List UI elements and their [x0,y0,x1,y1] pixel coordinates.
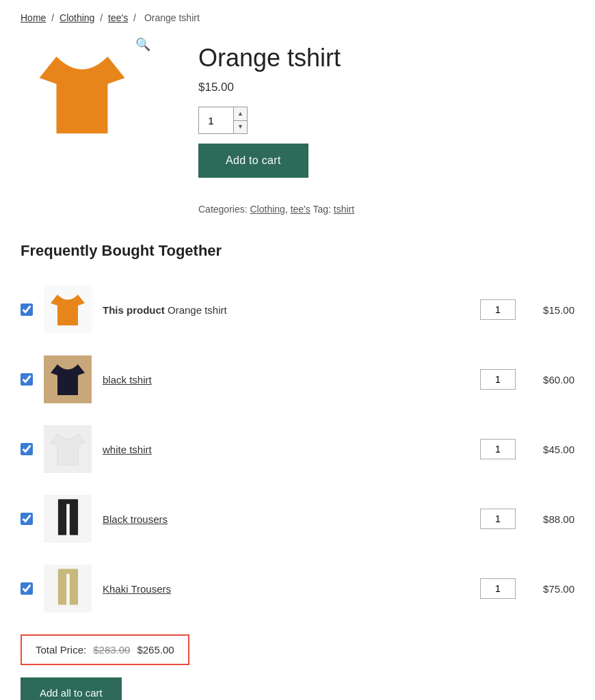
fbt-qty-input-black-tshirt[interactable]: 1 [480,369,516,390]
fbt-tshirt-black-icon [47,361,88,399]
fbt-price-orange-tshirt: $15.00 [527,304,574,316]
fbt-name-orange-tshirt: This product Orange tshirt [103,304,469,316]
fbt-checkbox-khaki-trousers[interactable] [21,582,33,595]
fbt-name-black-trousers: Black trousers [103,513,469,525]
categories-label: Categories: [198,204,248,215]
quantity-wrapper: 1 ▲ ▼ [198,107,574,134]
fbt-tshirt-orange-icon [47,291,88,329]
fbt-qty-khaki-trousers[interactable]: 1 [480,578,516,599]
tag-tshirt[interactable]: tshirt [334,204,354,215]
fbt-price-black-trousers: $88.00 [527,513,574,525]
quantity-down-button[interactable]: ▼ [234,121,247,134]
total-label: Total Price: [36,644,86,656]
quantity-input-box[interactable]: 1 ▲ ▼ [198,107,248,134]
fbt-item-black-trousers: Black trousers 1 $88.00 [21,485,574,552]
product-image-wrapper: 🔍 [21,37,171,153]
fbt-item-white-tshirt: white tshirt 1 $45.00 [21,416,574,483]
add-all-to-cart-button[interactable]: Add all to cart [21,677,122,700]
fbt-qty-orange-tshirt[interactable]: 1 [480,299,516,320]
fbt-link-black-trousers[interactable]: Black trousers [103,513,168,525]
fbt-price-khaki-trousers: $75.00 [527,583,574,595]
orange-tshirt-image [31,44,133,146]
fbt-img-black-tshirt [44,355,92,403]
fbt-img-orange-tshirt [44,286,92,334]
fbt-qty-input-khaki-trousers[interactable]: 1 [480,578,516,599]
tag-label: Tag: [313,204,330,215]
svg-rect-2 [69,503,77,535]
add-to-cart-button[interactable]: Add to cart [198,144,308,178]
fbt-img-khaki-trousers [44,565,92,612]
fbt-title: Frequently Bought Together [21,242,574,260]
product-title: Orange tshirt [198,44,574,72]
fbt-item-khaki-trousers: Khaki Trousers 1 $75.00 [21,555,574,622]
breadcrumb-tees[interactable]: tee's [108,12,128,23]
fbt-checkbox-white-tshirt[interactable] [21,443,33,455]
fbt-qty-input-black-trousers[interactable]: 1 [480,509,516,529]
category-tees[interactable]: tee's [291,204,310,215]
fbt-item-black-tshirt: black tshirt 1 $60.00 [21,346,574,413]
total-original-price: $283.00 [93,644,130,656]
breadcrumb-current: Orange tshirt [144,12,200,23]
quantity-input[interactable]: 1 [199,107,233,133]
fbt-qty-input-orange-tshirt[interactable]: 1 [480,299,516,320]
fbt-trousers-black-icon [56,497,80,541]
fbt-price-white-tshirt: $45.00 [527,444,574,455]
product-price: $15.00 [198,81,574,94]
fbt-checkbox-black-trousers[interactable] [21,513,33,525]
fbt-section: Frequently Bought Together This product … [0,228,595,700]
fbt-qty-black-tshirt[interactable]: 1 [480,369,516,390]
breadcrumb-clothing[interactable]: Clothing [60,12,94,23]
fbt-link-white-tshirt[interactable]: white tshirt [103,444,152,455]
fbt-checkbox-black-tshirt[interactable] [21,373,33,386]
fbt-tshirt-white-icon [47,431,88,468]
total-price-box: Total Price: $283.00 $265.00 [21,634,189,665]
fbt-qty-black-trousers[interactable]: 1 [480,509,516,529]
fbt-name-khaki-trousers: Khaki Trousers [103,583,469,595]
fbt-trousers-khaki-icon [56,567,80,611]
breadcrumb-home[interactable]: Home [21,12,46,23]
svg-rect-1 [57,503,66,535]
svg-rect-4 [57,573,66,605]
fbt-name-black-tshirt: black tshirt [103,374,469,386]
fbt-qty-input-white-tshirt[interactable]: 1 [480,439,516,459]
fbt-link-black-tshirt[interactable]: black tshirt [103,374,152,386]
quantity-up-button[interactable]: ▲ [234,107,247,121]
product-section: 🔍 Orange tshirt $15.00 1 ▲ ▼ Add to cart… [0,30,595,228]
fbt-name-white-tshirt: white tshirt [103,444,469,455]
total-discounted-price: $265.00 [137,644,174,656]
svg-rect-5 [69,573,77,605]
zoom-icon[interactable]: 🔍 [135,37,150,52]
product-image [21,37,144,153]
fbt-img-black-trousers [44,495,92,543]
fbt-img-white-tshirt [44,425,92,473]
fbt-item-orange-tshirt: This product Orange tshirt 1 $15.00 [21,276,574,343]
fbt-qty-white-tshirt[interactable]: 1 [480,439,516,459]
product-meta: Categories: Clothing, tee's Tag: tshirt [198,204,574,215]
fbt-checkbox-orange-tshirt[interactable] [21,304,33,316]
category-clothing[interactable]: Clothing [250,204,285,215]
breadcrumb: Home / Clothing / tee's / Orange tshirt [0,0,595,30]
product-details: Orange tshirt $15.00 1 ▲ ▼ Add to cart C… [198,37,574,215]
fbt-link-khaki-trousers[interactable]: Khaki Trousers [103,583,171,595]
this-product-label: This product [103,304,165,316]
fbt-price-black-tshirt: $60.00 [527,374,574,386]
